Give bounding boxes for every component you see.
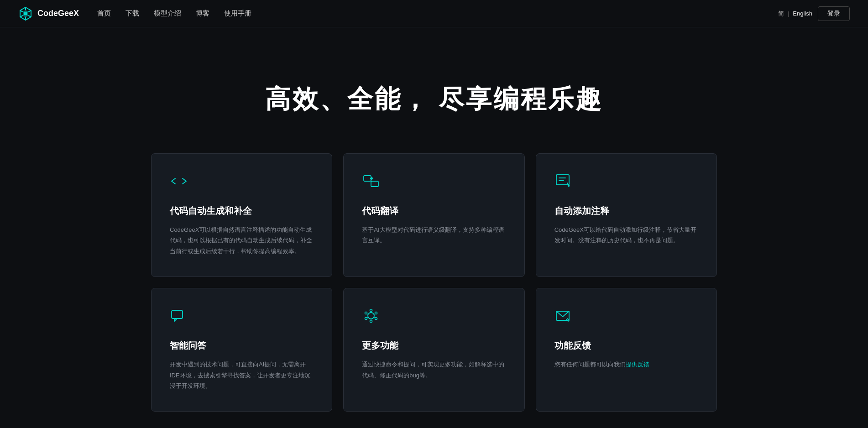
feedback-icon xyxy=(554,307,698,327)
logo-icon xyxy=(18,6,33,21)
nav-item-home[interactable]: 首页 xyxy=(97,9,111,17)
logo-text: CodeGeeX xyxy=(37,9,79,18)
svg-point-16 xyxy=(568,185,569,187)
code-icon xyxy=(170,172,314,192)
svg-rect-17 xyxy=(172,310,183,318)
feature-desc-qa: 开发中遇到的技术问题，可直接向AI提问，无需离开IDE环境，去搜索引擎寻找答案，… xyxy=(170,359,314,391)
hero-section: 高效、全能， 尽享编程乐趣 xyxy=(18,55,850,153)
nav-item-manual[interactable]: 使用手册 xyxy=(224,9,251,17)
logo-link[interactable]: CodeGeeX xyxy=(18,6,79,21)
login-button[interactable]: 登录 xyxy=(818,6,850,21)
feature-card-feedback: 功能反馈 您有任何问题都可以向我们提供反馈 xyxy=(536,288,717,412)
feature-card-more: 更多功能 通过快捷命令和提问，可实现更多功能，如解释选中的代码、修正代码的bug… xyxy=(343,288,524,412)
lang-divider: | xyxy=(788,10,789,17)
svg-point-20 xyxy=(375,312,377,314)
svg-rect-8 xyxy=(24,12,27,15)
feature-card-comment: 自动添加注释 CodeGeeX可以给代码自动添加行级注释，节省大量开发时间。没有… xyxy=(536,153,717,277)
feedback-link[interactable]: 提供反馈 xyxy=(626,361,649,368)
svg-line-26 xyxy=(374,314,375,315)
nav-item-download[interactable]: 下载 xyxy=(125,9,139,17)
feature-card-qa: 智能问答 开发中遇到的技术问题，可直接向AI提问，无需离开IDE环境，去搜索引擎… xyxy=(151,288,332,412)
feature-desc-more: 通过快捷命令和提问，可实现更多功能，如解释选中的代码、修正代码的bug等。 xyxy=(362,359,506,381)
hero-title: 高效、全能， 尽享编程乐趣 xyxy=(18,82,850,117)
navbar-left: CodeGeeX 首页 下载 模型介绍 博客 使用手册 xyxy=(18,6,251,21)
lang-en-button[interactable]: English xyxy=(793,10,812,17)
chat-icon xyxy=(170,307,314,327)
more-icon xyxy=(362,307,506,327)
comment-icon xyxy=(554,172,698,192)
svg-point-23 xyxy=(365,318,367,320)
feature-title-codegen: 代码自动生成和补全 xyxy=(170,205,314,217)
nav-links: 首页 下载 模型介绍 博客 使用手册 xyxy=(97,9,251,18)
feature-desc-comment: CodeGeeX可以给代码自动添加行级注释，节省大量开发时间。没有注释的历史代码… xyxy=(554,224,698,246)
svg-point-24 xyxy=(365,312,367,314)
navbar-right: 简 | English 登录 xyxy=(778,6,850,21)
translate-icon xyxy=(362,172,506,192)
nav-item-blog[interactable]: 博客 xyxy=(196,9,209,17)
svg-rect-9 xyxy=(364,176,371,181)
svg-rect-10 xyxy=(371,181,378,187)
svg-line-27 xyxy=(374,317,375,318)
feature-card-translate: 代码翻译 基于AI大模型对代码进行语义级翻译，支持多种编程语言互译。 xyxy=(343,153,524,277)
feature-title-qa: 智能问答 xyxy=(170,339,314,352)
lang-cn-button[interactable]: 简 xyxy=(778,10,784,18)
svg-line-30 xyxy=(367,314,368,315)
svg-point-21 xyxy=(375,318,377,320)
feature-title-comment: 自动添加注释 xyxy=(554,205,698,217)
feature-card-codegen: 代码自动生成和补全 CodeGeeX可以根据自然语言注释描述的功能自动生成代码，… xyxy=(151,153,332,277)
svg-point-18 xyxy=(368,313,374,319)
svg-point-22 xyxy=(370,320,372,323)
navbar: CodeGeeX 首页 下载 模型介绍 博客 使用手册 简 | English … xyxy=(0,0,868,27)
feature-desc-feedback: 您有任何问题都可以向我们提供反馈 xyxy=(554,359,698,370)
lang-switcher: 简 | English xyxy=(778,10,812,18)
svg-point-19 xyxy=(370,309,372,312)
feature-desc-codegen: CodeGeeX可以根据自然语言注释描述的功能自动生成代码，也可以根据已有的代码… xyxy=(170,224,314,256)
feature-title-translate: 代码翻译 xyxy=(362,205,506,217)
svg-line-29 xyxy=(367,317,368,318)
feature-desc-translate: 基于AI大模型对代码进行语义级翻译，支持多种编程语言互译。 xyxy=(362,224,506,246)
main-content: 高效、全能， 尽享编程乐趣 代码自动生成和补全 CodeGeeX可以根据自然语言… xyxy=(0,27,868,428)
feature-title-feedback: 功能反馈 xyxy=(554,339,698,352)
feature-grid-row1: 代码自动生成和补全 CodeGeeX可以根据自然语言注释描述的功能自动生成代码，… xyxy=(151,153,717,277)
feature-title-more: 更多功能 xyxy=(362,339,506,352)
nav-item-model[interactable]: 模型介绍 xyxy=(154,9,181,17)
feature-grid-row2: 智能问答 开发中遇到的技术问题，可直接向AI提问，无需离开IDE环境，去搜索引擎… xyxy=(151,288,717,412)
